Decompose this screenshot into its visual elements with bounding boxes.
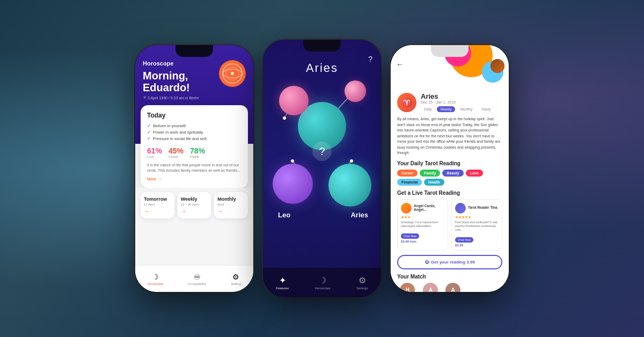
p1-more-button[interactable]: More →: [147, 177, 241, 181]
check-icon-1: ✓: [147, 123, 151, 128]
check-icon-2: ✓: [147, 130, 151, 135]
nav-horoscope[interactable]: ☽ Horoscope: [148, 273, 163, 285]
tomorrow-sub: 17 April: [144, 203, 171, 206]
p3-live-reading-title: Get a Live Tarot Reading: [397, 190, 502, 196]
match-person-3[interactable]: A Anna Kendrick Actress, US: [443, 283, 463, 292]
nav-settings-center[interactable]: ⚙ Settings: [356, 275, 368, 290]
horoscope-center-icon: ☽: [319, 275, 326, 285]
p3-main-content: ♈ Aries Dec 25 - Jan 1, 2019 Daily Weekl…: [391, 88, 509, 292]
match-avatar-3: A: [445, 283, 460, 292]
stat-love: 61% Love: [147, 146, 162, 158]
notch-center: [303, 40, 341, 52]
p1-bottom-nav: ☽ Horoscope ♾ Compatibility ⚙ Setting: [135, 265, 253, 292]
tag-family[interactable]: Family: [420, 170, 440, 177]
settings-center-icon: ⚙: [358, 275, 366, 285]
svg-point-18: [283, 116, 286, 120]
tab-weekly[interactable]: Weekly: [437, 106, 455, 112]
horoscope-icon: ☽: [152, 273, 159, 281]
tag-financial[interactable]: Financial: [397, 179, 422, 186]
p2-aries-label: Aries: [350, 211, 368, 219]
p3-sign-icon: ♈: [397, 93, 416, 112]
stat-career: 45% Career: [169, 146, 184, 158]
planet-pink-top-left: [279, 86, 309, 115]
planet-leo: [273, 164, 313, 204]
p2-planets: ? Leo Aries: [263, 75, 381, 225]
p3-match-title: Your Match: [397, 274, 502, 280]
setting-icon: ⚙: [232, 273, 239, 281]
reader-2-chat[interactable]: Chat Now: [455, 237, 473, 243]
match-avatar-2: A: [423, 283, 438, 292]
p2-bottom-nav: ✦ Features ☽ Horoscope ⚙ Settings: [263, 268, 381, 297]
p3-tarot-tags: Career Family Beauty Love Financial Heal…: [397, 170, 502, 186]
tab-yearly[interactable]: Yearly: [478, 106, 494, 112]
svg-point-26: [291, 159, 294, 163]
nav-horoscope-center[interactable]: ☽ Horoscope: [314, 275, 330, 290]
tomorrow-title: Tomorrow: [144, 196, 171, 202]
reader-2-price: $3.99: [455, 244, 499, 247]
checklist-item-2: ✓ Power in work and spritually.: [147, 130, 241, 135]
p3-sign-dates: Dec 25 - Jan 1, 2019: [421, 100, 494, 104]
p1-description: It is the nature of life that people mov…: [147, 163, 241, 173]
screen-right[interactable]: ← ♈ Aries Dec 25 - Jan 1, 2019 Dail: [391, 45, 509, 292]
user-avatar[interactable]: [491, 59, 504, 73]
p2-leo-label: Leo: [278, 211, 290, 219]
match-person-1[interactable]: H Hailee Steinfeld Actress, US: [397, 283, 418, 292]
arrow-right-icon: →: [158, 177, 162, 181]
tomorrow-arrow: →: [144, 208, 171, 214]
reader-1-stars: ★★★: [401, 215, 444, 219]
tag-love[interactable]: Love: [466, 170, 483, 177]
tag-health[interactable]: Health: [424, 179, 444, 186]
tag-beauty[interactable]: Beauty: [442, 170, 463, 177]
reader-card-1[interactable]: Angel Cards, Angel... ★★★ Greetings, I'm…: [397, 199, 448, 251]
svg-point-12: [231, 72, 234, 75]
tag-career[interactable]: Career: [397, 170, 418, 177]
p1-app-title: Horoscope: [143, 60, 199, 67]
svg-point-29: [350, 159, 353, 163]
features-icon: ✦: [279, 275, 286, 285]
p1-zodiac-icon: [219, 60, 246, 87]
checklist-item-3: ✓ Pressure in social life and self.: [147, 136, 241, 141]
p1-bottom-cards: Tomorrow 17 April → Weekly 13 – 20 April…: [135, 188, 253, 223]
back-button[interactable]: ←: [396, 60, 404, 69]
tab-monthly[interactable]: Monthly: [457, 106, 476, 112]
power-icon: ⏻: [425, 260, 429, 265]
reader-2-stars: ★★★★★: [455, 215, 499, 219]
match-avatar-1: H: [400, 283, 415, 292]
screen-left: Horoscope Morning,Eduardo! ♃ 3 April 199…: [135, 45, 253, 292]
monthly-arrow: →: [217, 208, 245, 214]
p3-cta-button[interactable]: ⏻ Get your reading 3.99: [397, 255, 502, 269]
p1-greeting: Morning,Eduardo!: [143, 70, 199, 93]
nav-compatibility[interactable]: ♾ Compatibility: [188, 273, 206, 285]
weekly-sub: 13 – 20 April: [181, 203, 208, 206]
p1-stats: 61% Love 45% Career 78% Health: [147, 146, 241, 158]
reader-1-price: $3.99 /min: [401, 240, 444, 243]
nav-features[interactable]: ✦ Features: [276, 275, 289, 290]
reader-1-chat[interactable]: Chat Now: [401, 233, 419, 239]
phones-container: Horoscope Morning,Eduardo! ♃ 3 April 199…: [0, 0, 644, 337]
cta-label: Get your reading 3.99: [431, 260, 475, 265]
p3-horoscope-desc: By all means, Aries, get swept up in the…: [397, 116, 502, 156]
notch-right: [431, 45, 469, 57]
weekly-card[interactable]: Weekly 13 – 20 April →: [178, 192, 211, 218]
monthly-sub: April: [217, 203, 245, 206]
tab-daily[interactable]: Daily: [421, 106, 435, 112]
p3-period-tabs: Daily Weekly Monthly Yearly: [421, 106, 494, 112]
phone-right: ← ♈ Aries Dec 25 - Jan 1, 2019 Dail: [391, 45, 509, 292]
phone-left: Horoscope Morning,Eduardo! ♃ 3 April 199…: [135, 45, 253, 292]
p3-match-avatars: H Hailee Steinfeld Actress, US A Anna Ke…: [397, 283, 502, 292]
reader-card-2[interactable]: Tarot Reader Tina ★★★★★ Feel Stuck and c…: [451, 199, 502, 251]
reader-2-desc: Feel Stuck and confused? 5 star psychic.…: [455, 221, 499, 232]
p2-question-mark: ?: [368, 55, 372, 63]
reader-1-desc: Greetings, I'm a natural born clairvoyan…: [401, 221, 444, 228]
planet-pink-top-right: [345, 80, 366, 102]
phone-center: ? Aries: [263, 40, 381, 297]
monthly-card[interactable]: Monthly April →: [214, 192, 248, 218]
p3-tarot-title: Your Daily Tarot Reading: [397, 160, 502, 166]
p1-checklist: ✓ Beliven in yourself. ✓ Power in work a…: [147, 123, 241, 141]
p3-match-section: Your Match H Hailee Steinfeld Actress, U…: [397, 274, 502, 292]
nav-setting[interactable]: ⚙ Setting: [231, 273, 241, 285]
tomorrow-card[interactable]: Tomorrow 17 April →: [141, 192, 174, 218]
match-person-2[interactable]: A Anna Kendrick Actress, US: [421, 283, 441, 292]
planet-aries: [328, 164, 371, 207]
check-icon-3: ✓: [147, 136, 151, 141]
